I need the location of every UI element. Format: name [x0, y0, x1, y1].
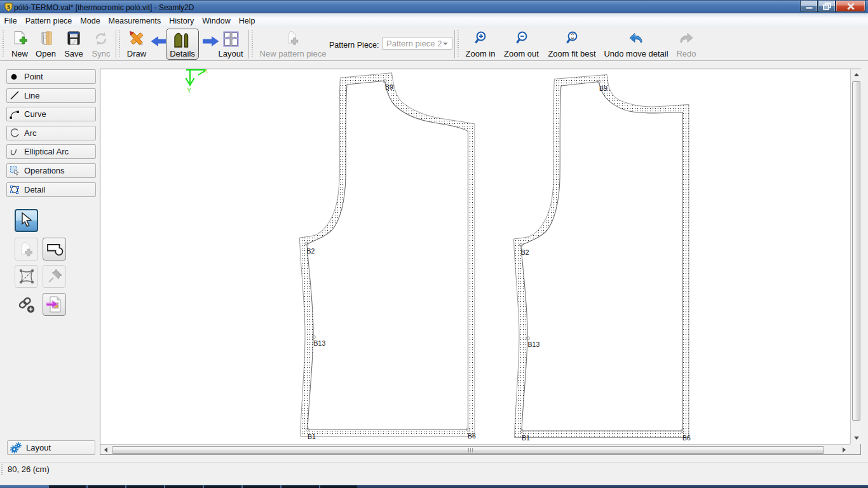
svg-text:Y: Y [187, 86, 192, 94]
svg-text:X: X [203, 69, 208, 74]
svg-text:B9: B9 [599, 85, 607, 92]
svg-text:B6: B6 [682, 434, 691, 442]
svg-text:S: S [7, 4, 10, 10]
svg-text:B13: B13 [314, 339, 326, 347]
svg-text:B1: B1 [308, 433, 316, 440]
svg-text:B13: B13 [528, 341, 540, 348]
svg-text:B2: B2 [521, 248, 529, 256]
svg-text:B6: B6 [468, 432, 476, 440]
svg-text:B2: B2 [307, 247, 315, 255]
svg-text:B9: B9 [385, 83, 393, 91]
svg-text:B1: B1 [522, 434, 530, 442]
